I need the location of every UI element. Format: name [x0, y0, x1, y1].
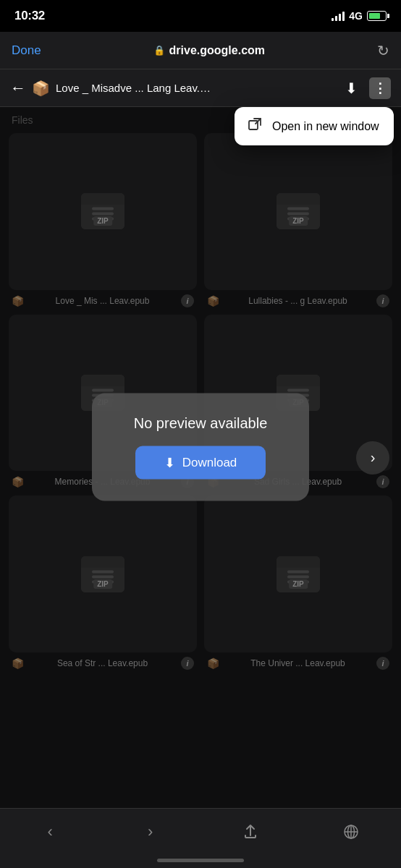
dropdown-menu: Open in new window [235, 107, 394, 145]
refresh-button[interactable]: ↻ [377, 42, 389, 59]
file-nav-right: ⬇ ⋮ [345, 77, 391, 99]
no-preview-dialog: No preview available ⬇ Download [92, 393, 309, 501]
status-time: 10:32 [14, 9, 45, 23]
file-title: Love _ Misadve ... Lang Leav.epub [56, 82, 215, 94]
bottom-toolbar: ‹ › [0, 808, 401, 868]
download-button-label: Download [182, 455, 237, 469]
url-text: drive.google.com [169, 44, 265, 57]
no-preview-message: No preview available [134, 414, 268, 431]
file-grid-container: Files ZIP 📦 Love _ Mis . [0, 107, 401, 808]
url-bar: 🔒 drive.google.com [153, 44, 265, 57]
next-arrow-button[interactable]: › [356, 441, 389, 475]
more-options-button[interactable]: ⋮ [369, 77, 391, 99]
download-button[interactable]: ⬇ Download [135, 446, 266, 479]
file-type-icon: 📦 [32, 80, 50, 97]
download-nav-button[interactable]: ⬇ [345, 80, 358, 97]
download-button-icon: ⬇ [164, 454, 175, 470]
open-new-window-label: Open in new window [272, 120, 379, 133]
lock-icon: 🔒 [153, 45, 165, 56]
browser-back-button[interactable]: ‹ [32, 817, 68, 846]
done-button[interactable]: Done [12, 43, 41, 58]
share-button[interactable] [232, 817, 269, 846]
status-icons: 4G [332, 10, 387, 22]
file-nav-bar: ← 📦 Love _ Misadve ... Lang Leav.epub ⬇ … [0, 69, 401, 107]
open-in-new-window-option[interactable]: Open in new window [235, 107, 394, 145]
file-nav-left: ← 📦 Love _ Misadve ... Lang Leav.epub [10, 79, 345, 98]
browser-forward-button[interactable]: › [132, 817, 169, 846]
signal-bars-icon [332, 11, 345, 21]
bookmarks-button[interactable] [333, 817, 369, 846]
open-new-window-icon [248, 117, 262, 135]
home-indicator [157, 859, 244, 862]
back-button[interactable]: ← [10, 79, 26, 98]
browser-bar: Done 🔒 drive.google.com ↻ [0, 32, 401, 69]
battery-icon [367, 11, 387, 21]
status-bar: 10:32 4G [0, 0, 401, 32]
network-type: 4G [349, 10, 363, 22]
